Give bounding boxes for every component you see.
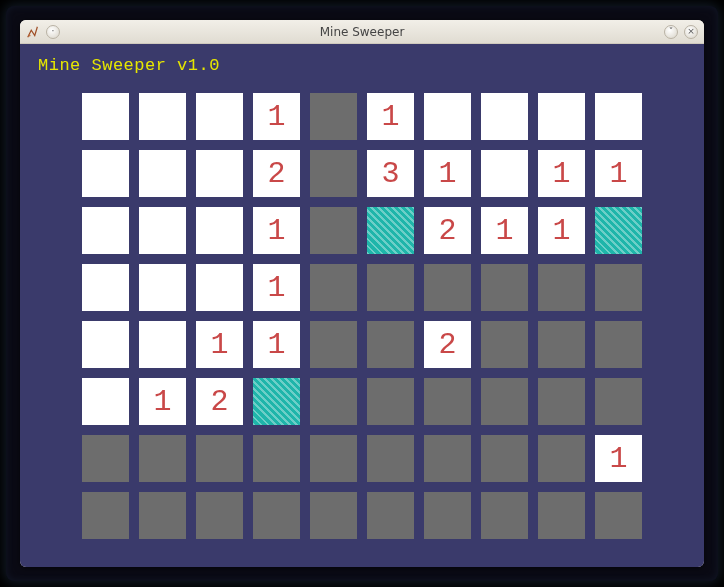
cell-5-5[interactable]: [367, 378, 414, 425]
cell-2-3[interactable]: 1: [253, 207, 300, 254]
cell-0-7[interactable]: [481, 93, 528, 140]
cell-6-5[interactable]: [367, 435, 414, 482]
cell-4-0[interactable]: [82, 321, 129, 368]
cell-1-8[interactable]: 1: [538, 150, 585, 197]
cell-6-3[interactable]: [253, 435, 300, 482]
cell-0-6[interactable]: [424, 93, 471, 140]
maximize-glyph: ˅: [669, 27, 674, 36]
cell-0-3[interactable]: 1: [253, 93, 300, 140]
cell-6-9[interactable]: 1: [595, 435, 642, 482]
app-window: · Mine Sweeper ˅ × Mine Sweeper v1.0 112…: [20, 20, 704, 567]
cell-1-2[interactable]: [196, 150, 243, 197]
cell-2-2[interactable]: [196, 207, 243, 254]
cell-0-4[interactable]: [310, 93, 357, 140]
cell-3-2[interactable]: [196, 264, 243, 311]
cell-4-7[interactable]: [481, 321, 528, 368]
board-row: [82, 492, 642, 539]
board-row: 112: [82, 321, 642, 368]
minimize-button[interactable]: ·: [46, 25, 60, 39]
board-row: 1211: [82, 207, 642, 254]
cell-6-7[interactable]: [481, 435, 528, 482]
cell-0-0[interactable]: [82, 93, 129, 140]
cell-5-2[interactable]: 2: [196, 378, 243, 425]
cell-6-6[interactable]: [424, 435, 471, 482]
cell-3-3[interactable]: 1: [253, 264, 300, 311]
board-row: 1: [82, 264, 642, 311]
cell-0-2[interactable]: [196, 93, 243, 140]
cell-4-5[interactable]: [367, 321, 414, 368]
cell-2-8[interactable]: 1: [538, 207, 585, 254]
cell-3-1[interactable]: [139, 264, 186, 311]
board-row: 12: [82, 378, 642, 425]
cell-3-4[interactable]: [310, 264, 357, 311]
cell-0-8[interactable]: [538, 93, 585, 140]
cell-5-4[interactable]: [310, 378, 357, 425]
cell-6-0[interactable]: [82, 435, 129, 482]
cell-3-0[interactable]: [82, 264, 129, 311]
svg-point-0: [28, 34, 30, 36]
cell-1-4[interactable]: [310, 150, 357, 197]
cell-3-7[interactable]: [481, 264, 528, 311]
cell-4-2[interactable]: 1: [196, 321, 243, 368]
board-row: 1: [82, 435, 642, 482]
cell-6-4[interactable]: [310, 435, 357, 482]
cell-1-5[interactable]: 3: [367, 150, 414, 197]
cell-4-8[interactable]: [538, 321, 585, 368]
cell-1-7[interactable]: [481, 150, 528, 197]
cell-4-3[interactable]: 1: [253, 321, 300, 368]
cell-5-9[interactable]: [595, 378, 642, 425]
cell-4-6[interactable]: 2: [424, 321, 471, 368]
cell-7-4[interactable]: [310, 492, 357, 539]
maximize-button[interactable]: ˅: [664, 25, 678, 39]
mine-board: 112311112111112121: [82, 93, 642, 539]
cell-6-1[interactable]: [139, 435, 186, 482]
cell-0-9[interactable]: [595, 93, 642, 140]
cell-7-1[interactable]: [139, 492, 186, 539]
close-button[interactable]: ×: [684, 25, 698, 39]
cell-5-8[interactable]: [538, 378, 585, 425]
cell-3-9[interactable]: [595, 264, 642, 311]
cell-2-9-flag-icon[interactable]: [595, 207, 642, 254]
cell-7-5[interactable]: [367, 492, 414, 539]
cell-1-1[interactable]: [139, 150, 186, 197]
desktop-background: · Mine Sweeper ˅ × Mine Sweeper v1.0 112…: [6, 6, 718, 581]
game-area: Mine Sweeper v1.0 112311112111112121: [20, 44, 704, 567]
cell-5-6[interactable]: [424, 378, 471, 425]
cell-7-8[interactable]: [538, 492, 585, 539]
titlebar[interactable]: · Mine Sweeper ˅ ×: [20, 20, 704, 44]
cell-3-6[interactable]: [424, 264, 471, 311]
window-title: Mine Sweeper: [20, 25, 704, 39]
close-glyph: ×: [687, 27, 695, 36]
board-row: 11: [82, 93, 642, 140]
cell-5-7[interactable]: [481, 378, 528, 425]
cell-6-8[interactable]: [538, 435, 585, 482]
cell-7-0[interactable]: [82, 492, 129, 539]
cell-1-3[interactable]: 2: [253, 150, 300, 197]
cell-4-4[interactable]: [310, 321, 357, 368]
cell-1-9[interactable]: 1: [595, 150, 642, 197]
cell-5-0[interactable]: [82, 378, 129, 425]
cell-2-0[interactable]: [82, 207, 129, 254]
minimize-glyph: ·: [52, 27, 55, 36]
cell-5-3-flag-icon[interactable]: [253, 378, 300, 425]
cell-1-0[interactable]: [82, 150, 129, 197]
cell-2-7[interactable]: 1: [481, 207, 528, 254]
cell-2-1[interactable]: [139, 207, 186, 254]
cell-0-1[interactable]: [139, 93, 186, 140]
cell-2-6[interactable]: 2: [424, 207, 471, 254]
cell-7-6[interactable]: [424, 492, 471, 539]
cell-3-5[interactable]: [367, 264, 414, 311]
cell-7-2[interactable]: [196, 492, 243, 539]
cell-7-3[interactable]: [253, 492, 300, 539]
cell-4-9[interactable]: [595, 321, 642, 368]
cell-4-1[interactable]: [139, 321, 186, 368]
cell-1-6[interactable]: 1: [424, 150, 471, 197]
cell-7-9[interactable]: [595, 492, 642, 539]
cell-6-2[interactable]: [196, 435, 243, 482]
cell-5-1[interactable]: 1: [139, 378, 186, 425]
cell-0-5[interactable]: 1: [367, 93, 414, 140]
cell-2-4[interactable]: [310, 207, 357, 254]
cell-7-7[interactable]: [481, 492, 528, 539]
cell-2-5-flag-icon[interactable]: [367, 207, 414, 254]
cell-3-8[interactable]: [538, 264, 585, 311]
